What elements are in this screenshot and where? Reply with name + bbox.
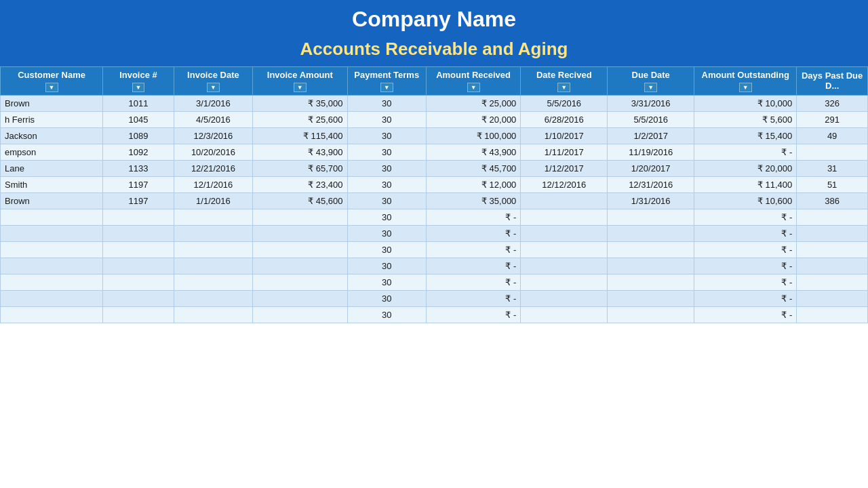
table-cell — [608, 306, 694, 323]
table-cell: empson — [1, 144, 103, 160]
table-cell: 30 — [347, 160, 426, 176]
table-cell: 1197 — [103, 192, 174, 209]
table-cell: Smith — [1, 176, 103, 192]
table-cell — [797, 241, 868, 258]
table-cell — [797, 258, 868, 274]
table-cell — [1, 274, 103, 290]
table-cell: 12/12/2016 — [521, 176, 608, 192]
table-cell: ₹ - — [694, 209, 797, 225]
table-cell: ₹ 5,600 — [694, 111, 797, 127]
table-cell: ₹ 100,000 — [426, 127, 521, 144]
table-cell: ₹ - — [694, 274, 797, 290]
table-cell: ₹ 20,000 — [694, 160, 797, 176]
table-cell — [253, 241, 348, 258]
dropdown-customer[interactable]: ▼ — [45, 83, 58, 92]
table-cell — [103, 258, 174, 274]
table-cell: ₹ 23,400 — [253, 176, 348, 192]
table-cell — [1, 209, 103, 225]
th-days-past-due: Days Past Due D... — [797, 67, 868, 96]
th-payment-terms: Payment Terms ▼ — [347, 67, 426, 96]
table-cell — [103, 241, 174, 258]
table-cell: 11/19/2016 — [608, 144, 694, 160]
table-cell — [253, 258, 348, 274]
table-cell: 1197 — [103, 176, 174, 192]
table-cell — [253, 274, 348, 290]
table-cell: ₹ 25,000 — [426, 95, 521, 111]
table-cell — [608, 290, 694, 306]
table-cell: ₹ 45,700 — [426, 160, 521, 176]
header-section: Company Name Accounts Receivable and Agi… — [0, 0, 868, 66]
table-cell: 1133 — [103, 160, 174, 176]
table-cell: ₹ - — [694, 241, 797, 258]
table-cell: ₹ 15,400 — [694, 127, 797, 144]
table-cell: 31 — [797, 160, 868, 176]
table-cell: Brown — [1, 95, 103, 111]
table-cell: 12/31/2016 — [608, 176, 694, 192]
table-cell — [521, 225, 608, 241]
table-cell: 1/1/2016 — [174, 192, 252, 209]
table-cell: 30 — [347, 306, 426, 323]
table-row: 30₹ -₹ - — [1, 274, 868, 290]
table-cell — [174, 225, 252, 241]
subtitle: Accounts Receivable and Aging — [0, 36, 868, 66]
th-invoice-date: Invoice Date ▼ — [174, 67, 252, 96]
table-cell: ₹ 10,600 — [694, 192, 797, 209]
table-cell: ₹ - — [694, 144, 797, 160]
table-cell — [797, 274, 868, 290]
table-cell: Lane — [1, 160, 103, 176]
table-cell — [1, 225, 103, 241]
table-cell — [608, 225, 694, 241]
dropdown-date-received[interactable]: ▼ — [557, 83, 570, 92]
table-cell: ₹ 35,000 — [426, 192, 521, 209]
table-cell — [174, 209, 252, 225]
table-cell — [608, 258, 694, 274]
table-cell: ₹ 65,700 — [253, 160, 348, 176]
table-cell — [103, 274, 174, 290]
th-invoice-amount: Invoice Amount ▼ — [253, 67, 348, 96]
dropdown-invoice-num[interactable]: ▼ — [132, 83, 145, 92]
table-cell — [521, 209, 608, 225]
table-cell: ₹ - — [694, 306, 797, 323]
table-cell — [174, 274, 252, 290]
table-cell — [797, 225, 868, 241]
table-cell — [797, 209, 868, 225]
dropdown-payment-terms[interactable]: ▼ — [380, 83, 393, 92]
table-cell — [1, 241, 103, 258]
table-cell: 6/28/2016 — [521, 111, 608, 127]
table-cell: 30 — [347, 225, 426, 241]
table-cell — [103, 225, 174, 241]
table-cell — [1, 306, 103, 323]
dropdown-invoice-date[interactable]: ▼ — [207, 83, 220, 92]
table-cell: 1/31/2016 — [608, 192, 694, 209]
table-cell: 30 — [347, 192, 426, 209]
dropdown-amount-received[interactable]: ▼ — [467, 83, 480, 92]
table-cell: ₹ 20,000 — [426, 111, 521, 127]
table-cell: 3/1/2016 — [174, 95, 252, 111]
table-cell: 5/5/2016 — [608, 111, 694, 127]
table-cell: 30 — [347, 111, 426, 127]
th-date-received: Date Recived ▼ — [521, 67, 608, 96]
table-row: Smith119712/1/2016₹ 23,40030₹ 12,00012/1… — [1, 176, 868, 192]
table-row: h Ferris10454/5/2016₹ 25,60030₹ 20,0006/… — [1, 111, 868, 127]
table-row: 30₹ -₹ - — [1, 306, 868, 323]
table-row: Brown11971/1/2016₹ 45,60030₹ 35,0001/31/… — [1, 192, 868, 209]
dropdown-due-date[interactable]: ▼ — [644, 83, 657, 92]
table-cell — [253, 209, 348, 225]
table-cell — [174, 290, 252, 306]
table-cell: 4/5/2016 — [174, 111, 252, 127]
table-cell — [1, 258, 103, 274]
table-cell: 386 — [797, 192, 868, 209]
dropdown-amount-outstanding[interactable]: ▼ — [739, 83, 752, 92]
table-cell: ₹ - — [426, 274, 521, 290]
table-cell: 30 — [347, 241, 426, 258]
table-cell — [103, 306, 174, 323]
table-cell: ₹ - — [426, 258, 521, 274]
table-cell: ₹ 45,600 — [253, 192, 348, 209]
table-cell: ₹ 35,000 — [253, 95, 348, 111]
table-row: 30₹ -₹ - — [1, 225, 868, 241]
table-cell: ₹ - — [426, 225, 521, 241]
table-cell — [521, 241, 608, 258]
table-row: 30₹ -₹ - — [1, 241, 868, 258]
dropdown-invoice-amount[interactable]: ▼ — [294, 83, 307, 92]
accounts-table: Customer Name ▼ Invoice # ▼ Invoice Date… — [0, 66, 868, 323]
